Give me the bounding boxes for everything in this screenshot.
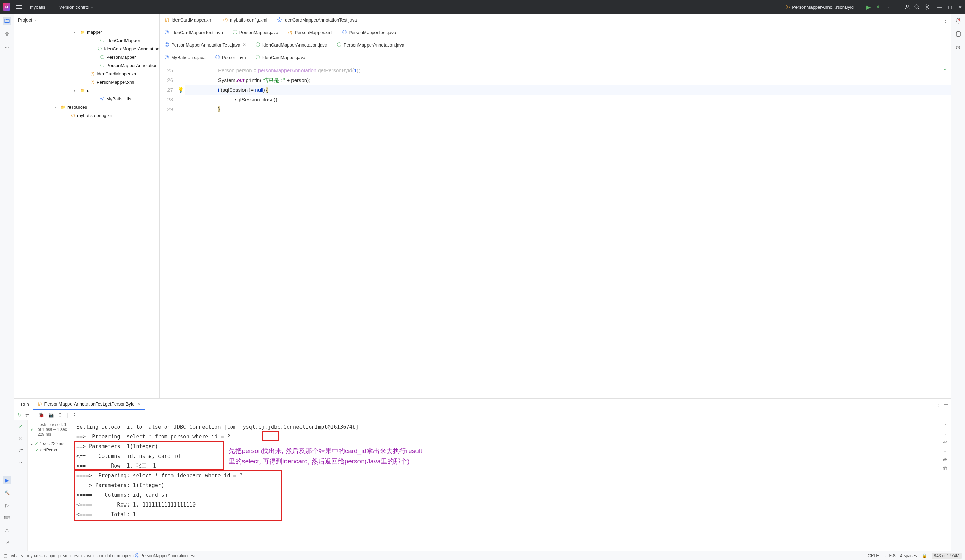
debug-rerun-icon[interactable]: 🐞 xyxy=(39,413,44,418)
vcs-selector[interactable]: Version control⌄ xyxy=(57,3,96,11)
run-button[interactable]: ▶ xyxy=(865,3,872,10)
git-button[interactable]: ⎇ xyxy=(3,539,11,547)
close-tab-icon[interactable]: ✕ xyxy=(137,401,141,407)
breadcrumb[interactable]: ▢ mybatis›mybatis-mapping›src›test›java›… xyxy=(3,553,195,558)
project-tool-button[interactable] xyxy=(3,17,11,25)
editor-tab[interactable]: ⒾIdenCardMapper.java xyxy=(251,51,310,64)
breadcrumb-item[interactable]: com xyxy=(95,553,103,558)
readonly-icon[interactable]: 🔒 xyxy=(922,553,927,558)
tree-item[interactable]: ▾📁util xyxy=(14,86,159,95)
search-icon[interactable] xyxy=(914,3,921,10)
maven-button[interactable]: m xyxy=(954,43,963,51)
breadcrumb-item[interactable]: src xyxy=(63,553,69,558)
project-selector[interactable]: mybatis⌄ xyxy=(27,3,52,11)
build-tool-button[interactable]: 🔨 xyxy=(3,488,11,497)
breadcrumb-item[interactable]: java xyxy=(83,553,91,558)
svg-point-0 xyxy=(906,5,908,7)
test-pass-filter[interactable]: ✓ xyxy=(17,422,25,431)
maximize-button[interactable]: ▢ xyxy=(948,5,952,10)
settings-icon[interactable] xyxy=(923,3,930,10)
tree-item[interactable]: ⒾPersonMapper xyxy=(14,53,159,61)
intention-bulb-icon[interactable]: 💡 xyxy=(178,87,184,93)
inspection-ok-icon: ✓ xyxy=(944,66,948,72)
editor-tab[interactable]: ⒸPersonMapperAnnotationTest.java✕ xyxy=(160,39,251,51)
breadcrumb-item[interactable]: test xyxy=(73,553,79,558)
console-output[interactable]: Setting autocommit to false on JDBC Conn… xyxy=(73,420,939,521)
breadcrumb-item[interactable]: ▢ mybatis xyxy=(3,553,23,558)
editor-tab[interactable]: ⒸPerson.java xyxy=(211,51,251,64)
breadcrumb-item[interactable]: lxb xyxy=(107,553,113,558)
tree-item[interactable]: ▾📁mapper xyxy=(14,28,159,36)
editor-area: ⟨/⟩IdenCardMapper.xml⟨/⟩mybatis-config.x… xyxy=(160,14,951,398)
database-button[interactable] xyxy=(954,30,963,38)
main-menu-button[interactable] xyxy=(15,3,23,11)
editor-tab[interactable]: ⒸMyBatisUtils.java xyxy=(160,51,211,64)
scroll-end-icon[interactable]: ⤓ xyxy=(943,448,947,454)
tree-item[interactable]: ▾📁resources xyxy=(14,103,159,111)
project-header[interactable]: Project⌄ xyxy=(14,14,159,26)
run-config-tab[interactable]: ⟨/⟩ PersonMapperAnnotationTest.getPerson… xyxy=(33,399,145,410)
code-editor[interactable]: ✓ 2526272829 💡 Person person = personMap… xyxy=(160,64,951,398)
breadcrumb-item[interactable]: mapper xyxy=(117,553,131,558)
rerun-icon[interactable]: ↻ xyxy=(17,413,21,418)
test-root[interactable]: ⌄✓1 sec 229 ms xyxy=(30,441,70,447)
run-config-selector[interactable]: ⟨/⟩ PersonMapperAnno...rsonById ⌄ xyxy=(782,3,862,11)
print-icon[interactable]: 🖶 xyxy=(943,457,947,462)
run-more-icon[interactable]: ⋮ xyxy=(936,402,940,407)
account-icon[interactable] xyxy=(904,3,911,10)
editor-tab[interactable]: ⒸIdenCardMapperAnnotationTest.java xyxy=(272,14,362,26)
minimize-button[interactable]: — xyxy=(937,5,942,10)
encoding[interactable]: UTF-8 xyxy=(884,553,896,558)
test-fail-filter[interactable]: ⊘ xyxy=(17,434,25,442)
editor-tab[interactable]: ⟨/⟩mybatis-config.xml xyxy=(218,15,272,26)
project-tree[interactable]: ▾📁mapperⒾIdenCardMapperⒾIdenCardMapperAn… xyxy=(14,26,159,398)
tree-item[interactable]: ⟨/⟩PersonMapper.xml xyxy=(14,78,159,86)
editor-tab[interactable]: ⒾPersonMapperAnnotation.java xyxy=(332,39,409,51)
tree-item[interactable]: ⟨/⟩IdenCardMapper.xml xyxy=(14,69,159,78)
toggle-tests-icon[interactable]: ⇄ xyxy=(25,413,29,418)
line-sep[interactable]: CRLF xyxy=(868,553,878,558)
more-tools[interactable]: ⋯ xyxy=(3,43,11,51)
structure-tool-button[interactable] xyxy=(3,30,11,38)
breadcrumb-item[interactable]: Ⓒ PersonMapperAnnotationTest xyxy=(135,553,195,558)
scroll-down-icon[interactable]: ↓ xyxy=(944,431,946,436)
tree-item[interactable]: ⒾPersonMapperAnnotation xyxy=(14,61,159,69)
titlebar: IJ mybatis⌄ Version control⌄ ⟨/⟩ PersonM… xyxy=(0,0,965,14)
debug-button[interactable]: ⌖ xyxy=(875,3,882,10)
close-button[interactable]: ✕ xyxy=(958,5,962,10)
test-node[interactable]: ✓getPerso xyxy=(30,447,70,453)
close-tab-icon[interactable]: ✕ xyxy=(242,42,246,47)
memory-indicator[interactable]: 843 of 1774M xyxy=(932,553,962,559)
exit-icon[interactable]: ⿴ xyxy=(58,413,62,418)
dump-icon[interactable]: 📷 xyxy=(48,413,54,418)
run-tab[interactable]: Run xyxy=(17,399,33,409)
editor-tab[interactable]: ⟨/⟩PersonMapper.xml xyxy=(283,27,337,39)
run-hide-icon[interactable]: — xyxy=(944,402,948,407)
test-expand[interactable]: ⌄ xyxy=(17,457,25,466)
editor-tab[interactable]: ⒸPersonMapperTest.java xyxy=(337,26,401,39)
editor-tab[interactable]: ⒾPersonMapper.java xyxy=(228,26,283,39)
terminal-button[interactable]: ⌨ xyxy=(3,513,11,522)
services-button[interactable]: ▷ xyxy=(3,501,11,509)
editor-tab[interactable]: ⟨/⟩IdenCardMapper.xml xyxy=(160,15,218,26)
tree-item[interactable]: ⟨/⟩mybatis-config.xml xyxy=(14,111,159,119)
tree-item[interactable]: ⒾIdenCardMapper xyxy=(14,36,159,44)
indent[interactable]: 4 spaces xyxy=(900,553,917,558)
scroll-up-icon[interactable]: ↑ xyxy=(944,422,946,428)
test-sort[interactable]: ↓≡ xyxy=(17,446,25,454)
tree-item[interactable]: ⒾIdenCardMapperAnnotation xyxy=(14,44,159,53)
svg-rect-5 xyxy=(8,32,9,33)
editor-tab[interactable]: ⒸIdenCardMapperTest.java xyxy=(160,26,228,39)
svg-rect-4 xyxy=(5,32,6,33)
tabs-more[interactable]: ⋮ xyxy=(940,16,951,25)
run-tool-button[interactable]: ▶ xyxy=(3,476,11,484)
soft-wrap-icon[interactable]: ↩ xyxy=(943,439,947,445)
tree-item[interactable]: ⒸMyBatisUtils xyxy=(14,95,159,103)
breadcrumb-item[interactable]: mybatis-mapping xyxy=(27,553,59,558)
problems-button[interactable]: ⚠ xyxy=(3,526,11,534)
more-run-actions[interactable]: ⋮ xyxy=(72,413,77,418)
editor-tab[interactable]: ⒾIdenCardMapperAnnotation.java xyxy=(251,39,332,51)
notifications-button[interactable] xyxy=(954,17,963,25)
clear-icon[interactable]: 🗑 xyxy=(943,465,947,471)
more-actions[interactable]: ⋮ xyxy=(885,3,891,10)
